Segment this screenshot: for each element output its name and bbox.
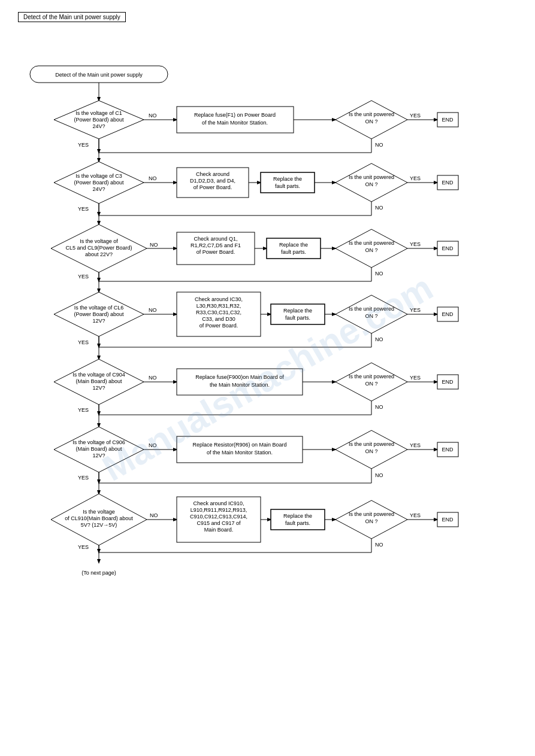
svg-text:Check around: Check around — [196, 171, 229, 177]
svg-text:YES: YES — [78, 407, 89, 413]
svg-text:Is the unit powered: Is the unit powered — [349, 306, 394, 312]
svg-text:(Main Board) about: (Main Board) about — [75, 378, 122, 384]
svg-text:C33, and D30: C33, and D30 — [202, 316, 235, 322]
svg-text:YES: YES — [410, 175, 421, 181]
svg-text:Is the unit powered: Is the unit powered — [349, 174, 394, 180]
svg-text:L30,R30,R31,R32,: L30,R30,R31,R32, — [197, 303, 241, 309]
svg-text:Is the unit powered: Is the unit powered — [349, 374, 394, 379]
svg-text:YES: YES — [78, 544, 89, 550]
svg-text:Is the unit powered: Is the unit powered — [349, 441, 394, 447]
svg-text:END: END — [442, 245, 454, 251]
svg-text:Check around IC910,: Check around IC910, — [193, 500, 244, 506]
svg-text:Check around Q1,: Check around Q1, — [194, 236, 237, 242]
svg-text:Is the voltage: Is the voltage — [83, 509, 115, 515]
svg-text:(Power Board) about: (Power Board) about — [74, 180, 124, 186]
svg-text:Replace the: Replace the — [273, 176, 302, 182]
flowchart-svg: Detect of the Main unit power supply Is … — [0, 36, 535, 754]
svg-text:ON ?: ON ? — [365, 518, 377, 524]
svg-text:YES: YES — [410, 113, 421, 119]
start-label: Detect of the Main unit power supply — [55, 72, 143, 78]
svg-text:of the Main Monitor Station.: of the Main Monitor Station. — [202, 120, 268, 126]
svg-text:fault parts.: fault parts. — [275, 183, 300, 189]
svg-text:Replace the: Replace the — [283, 308, 312, 314]
svg-text:5V? (12V→5V): 5V? (12V→5V) — [81, 522, 117, 528]
svg-text:ON ?: ON ? — [365, 181, 377, 187]
svg-text:L910,R911,R912,R913,: L910,R911,R912,R913, — [191, 507, 247, 513]
flowchart-container: Detect of the Main unit power supply Is … — [0, 36, 535, 755]
svg-text:NO: NO — [149, 175, 157, 181]
svg-text:END: END — [442, 311, 454, 317]
svg-text:END: END — [442, 517, 454, 523]
svg-text:C910,C912,C913,C914,: C910,C912,C913,C914, — [190, 514, 247, 520]
svg-text:ON ?: ON ? — [365, 313, 377, 319]
svg-text:ON ?: ON ? — [365, 247, 377, 253]
svg-text:Check around IC30,: Check around IC30, — [195, 296, 243, 302]
svg-text:Replace the: Replace the — [279, 242, 308, 248]
svg-text:Is the voltage of C3: Is the voltage of C3 — [75, 173, 122, 179]
svg-text:NO: NO — [375, 205, 383, 211]
svg-text:NO: NO — [150, 512, 158, 518]
svg-text:NO: NO — [375, 404, 383, 410]
svg-text:NO: NO — [149, 375, 157, 381]
svg-text:YES: YES — [410, 307, 421, 313]
svg-text:R1,R2,C7,D5 and F1: R1,R2,C7,D5 and F1 — [191, 242, 241, 248]
title-box: Detect of the Main unit power supply — [18, 12, 126, 22]
svg-text:fault parts.: fault parts. — [285, 520, 310, 526]
svg-text:ON ?: ON ? — [365, 119, 377, 125]
svg-text:NO: NO — [375, 271, 383, 277]
svg-text:YES: YES — [410, 512, 421, 518]
svg-text:NO: NO — [149, 113, 157, 119]
svg-text:D1,D2,D3, and D4,: D1,D2,D3, and D4, — [190, 178, 235, 184]
svg-text:Main Board.: Main Board. — [204, 527, 234, 533]
next-page-label: (To next page) — [81, 570, 116, 576]
svg-text:C915 and C917 of: C915 and C917 of — [197, 520, 241, 526]
svg-text:(Main Board) about: (Main Board) about — [75, 446, 122, 452]
svg-text:Is the voltage of CL6: Is the voltage of CL6 — [74, 305, 124, 311]
svg-text:ON ?: ON ? — [365, 381, 377, 387]
svg-text:NO: NO — [375, 472, 383, 478]
svg-text:YES: YES — [78, 274, 89, 280]
svg-text:YES: YES — [78, 206, 89, 212]
svg-text:the Main Monitor Station.: the Main Monitor Station. — [210, 382, 270, 388]
svg-text:(Power Board) about: (Power Board) about — [74, 117, 124, 123]
svg-text:of the Main Monitor Station.: of the Main Monitor Station. — [207, 450, 273, 456]
svg-text:NO: NO — [375, 336, 383, 342]
svg-text:of Power Board.: of Power Board. — [197, 249, 235, 255]
svg-text:fault parts.: fault parts. — [281, 249, 306, 255]
svg-text:NO: NO — [150, 242, 158, 248]
svg-text:YES: YES — [78, 142, 89, 148]
svg-text:YES: YES — [410, 442, 421, 448]
svg-text:NO: NO — [375, 542, 383, 548]
svg-text:12V?: 12V? — [92, 318, 105, 324]
svg-text:12V?: 12V? — [92, 453, 105, 459]
svg-text:Is the voltage of: Is the voltage of — [80, 238, 118, 244]
svg-text:of Power Board.: of Power Board. — [200, 323, 238, 329]
svg-text:Is the unit powered: Is the unit powered — [349, 240, 394, 246]
svg-text:Replace Resistor(R906) on Main: Replace Resistor(R906) on Main Board — [192, 442, 286, 448]
svg-text:12V?: 12V? — [92, 385, 105, 391]
svg-text:of Power Board.: of Power Board. — [194, 184, 232, 190]
svg-text:END: END — [442, 379, 454, 385]
svg-text:END: END — [442, 180, 454, 186]
svg-text:NO: NO — [149, 442, 157, 448]
page: Manualsmachine.com Detect of the Main un… — [0, 0, 535, 756]
svg-text:24V?: 24V? — [92, 123, 105, 129]
svg-text:about 22V?: about 22V? — [85, 251, 113, 257]
svg-text:Is the unit powered: Is the unit powered — [349, 111, 394, 117]
svg-text:CL5 and CL9(Power Board): CL5 and CL9(Power Board) — [65, 245, 132, 251]
svg-text:(Power Board) about: (Power Board) about — [74, 311, 124, 317]
svg-text:fault parts.: fault parts. — [285, 315, 310, 321]
svg-text:YES: YES — [410, 241, 421, 247]
svg-text:Is the voltage of C904: Is the voltage of C904 — [72, 372, 125, 378]
svg-text:R33,C30,C31,C32,: R33,C30,C31,C32, — [196, 309, 241, 315]
svg-text:Replace fuse(F1) on Power Boar: Replace fuse(F1) on Power Board — [194, 112, 276, 118]
svg-text:END: END — [442, 117, 454, 123]
svg-text:24V?: 24V? — [92, 186, 105, 192]
svg-text:NO: NO — [149, 307, 157, 313]
svg-text:YES: YES — [78, 339, 89, 345]
svg-text:YES: YES — [410, 375, 421, 381]
svg-text:Replace the: Replace the — [283, 513, 312, 519]
svg-text:ON ?: ON ? — [365, 448, 377, 454]
svg-text:NO: NO — [375, 142, 383, 148]
svg-text:END: END — [442, 447, 454, 453]
